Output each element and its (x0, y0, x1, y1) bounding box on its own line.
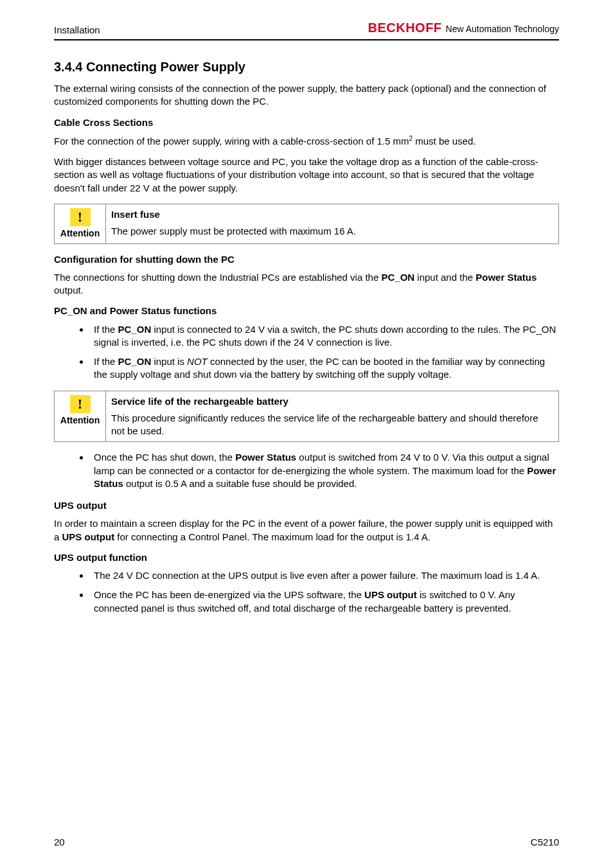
text: for connecting a Control Panel. The maxi… (114, 531, 431, 542)
list-item: Once the PC has shut down, the Power Sta… (90, 451, 559, 490)
pcon-bullets: If the PC_ON input is connected to 24 V … (54, 323, 559, 382)
list-item: If the PC_ON input is NOT connected by t… (90, 355, 559, 382)
text: If the (94, 324, 118, 335)
text: input is (151, 356, 187, 367)
text: The connections for shutting down the In… (54, 272, 381, 283)
power-status-label: Power Status (235, 452, 296, 463)
attention-label: Attention (60, 414, 100, 427)
note-body: The power supply must be protected with … (111, 225, 553, 238)
battery-attention-box: ! Attention Service life of the recharge… (54, 391, 559, 443)
logo-tagline: New Automation Technology (446, 23, 559, 35)
not-emphasis: NOT (187, 356, 208, 367)
ups-func-heading: UPS output function (54, 551, 559, 564)
note-title: Insert fuse (111, 208, 553, 221)
list-item: The 24 V DC connection at the UPS output… (90, 569, 559, 582)
text: For the connection of the power supply, … (54, 136, 409, 146)
config-para: The connections for shutting down the In… (54, 271, 559, 297)
attention-label: Attention (60, 227, 100, 240)
list-item: If the PC_ON input is connected to 24 V … (90, 323, 559, 350)
text: Once the PC has shut down, the (94, 452, 235, 463)
pc-on-label: PC_ON (118, 324, 152, 335)
list-item: Once the PC has been de-energized via th… (90, 589, 559, 615)
note-body: This procedure significantly reduces the… (111, 412, 553, 438)
text: Once the PC has been de-energized via th… (94, 589, 364, 600)
intro-paragraph: The external wiring consists of the conn… (54, 82, 559, 109)
header-section-name: Installation (54, 24, 100, 37)
attention-icon-cell: ! Attention (55, 391, 106, 442)
pcon-funcs-heading: PC_ON and Power Status functions (54, 305, 559, 317)
text: must be used. (413, 136, 475, 146)
ups-output-label: UPS output (62, 531, 115, 542)
pc-on-label: PC_ON (381, 272, 414, 283)
fuse-attention-box: ! Attention Insert fuse The power supply… (54, 204, 559, 244)
text: If the (94, 356, 118, 367)
ups-output-para: In order to maintain a screen display fo… (54, 517, 559, 544)
attention-content: Service life of the rechargeable battery… (106, 391, 559, 442)
power-status-label: Power Status (475, 272, 537, 283)
note-title: Service life of the rechargeable battery (111, 395, 553, 408)
doc-id: C5210 (531, 836, 559, 849)
section-heading: 3.4.4 Connecting Power Supply (54, 58, 559, 76)
text: output. (54, 285, 84, 296)
text: output is 0.5 A and a suitable fuse shou… (123, 478, 357, 489)
page-header: Installation BECKHOFF New Automation Tec… (54, 19, 559, 40)
ups-output-label: UPS output (364, 589, 417, 600)
ups-output-heading: UPS output (54, 499, 559, 512)
attention-icon-cell: ! Attention (55, 204, 106, 244)
cable-heading: Cable Cross Sections (54, 116, 559, 129)
attention-content: Insert fuse The power supply must be pro… (106, 204, 559, 244)
text: input and the (414, 272, 475, 283)
page-number: 20 (54, 836, 65, 849)
cable-para-1: For the connection of the power supply, … (54, 134, 559, 148)
attention-icon: ! (70, 208, 91, 226)
logo-text: BECKHOFF (368, 19, 441, 37)
page-footer: 20 C5210 (54, 836, 559, 849)
pc-on-label: PC_ON (118, 356, 152, 367)
text: input is connected to 24 V via a switch,… (94, 324, 556, 348)
after-battery-bullets: Once the PC has shut down, the Power Sta… (54, 451, 559, 490)
ups-func-bullets: The 24 V DC connection at the UPS output… (54, 569, 559, 615)
attention-icon: ! (70, 395, 91, 413)
brand-logo: BECKHOFF New Automation Technology (368, 19, 559, 37)
cable-para-2: With bigger distances between voltage so… (54, 155, 559, 195)
config-heading: Configuration for shutting down the PC (54, 253, 559, 266)
